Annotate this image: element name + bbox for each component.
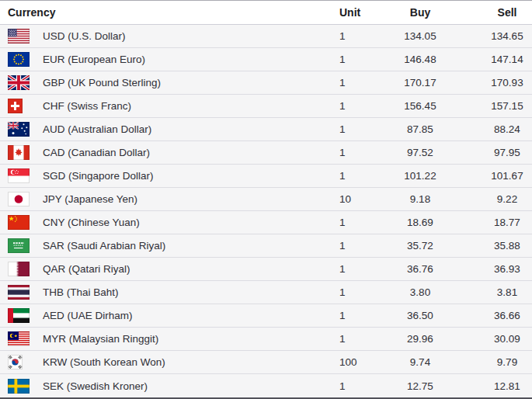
buy-value: 35.72 bbox=[388, 234, 458, 257]
thailand-flag-icon bbox=[8, 285, 30, 300]
unit-value: 1 bbox=[332, 304, 388, 327]
table-row-krw: KRW (South Korean Won) 100 9.74 9.79 bbox=[0, 351, 532, 374]
table-row-chf: CHF (Swiss Franc) 1 156.45 157.15 bbox=[0, 95, 532, 118]
buy-value: 146.48 bbox=[388, 48, 458, 71]
currency-label: SAR (Saudi Arabian Riyal) bbox=[43, 240, 165, 252]
currency-label: USD (U.S. Dollar) bbox=[43, 30, 126, 42]
qatar-flag-icon bbox=[8, 262, 30, 276]
table-row-cad: CAD (Canadian Dollar) 1 97.52 97.95 bbox=[0, 141, 532, 165]
unit-value: 1 bbox=[332, 141, 388, 164]
table-row-myr: MYR (Malaysian Ringgit) 1 29.96 30.09 bbox=[0, 328, 532, 351]
unit-value: 10 bbox=[332, 188, 388, 210]
buy-value: 12.75 bbox=[388, 374, 458, 397]
buy-value: 36.50 bbox=[388, 304, 458, 327]
table-row-eur: EUR (European Euro) 1 146.48 147.14 bbox=[0, 48, 532, 71]
unit-value: 1 bbox=[332, 95, 388, 117]
buy-value: 18.69 bbox=[388, 211, 458, 234]
buy-value: 170.17 bbox=[388, 71, 458, 94]
currency-label: CHF (Swiss Franc) bbox=[43, 100, 131, 112]
table-row-sar: SAR (Saudi Arabian Riyal) 1 35.72 35.88 bbox=[0, 234, 532, 258]
currency-cell: CHF (Swiss Franc) bbox=[0, 95, 332, 117]
currency-label: AUD (Australian Dollar) bbox=[43, 123, 151, 135]
sell-value: 88.24 bbox=[458, 118, 532, 141]
sell-value: 3.81 bbox=[458, 281, 532, 304]
japan-flag-icon bbox=[8, 192, 30, 206]
switzerland-flag-icon bbox=[8, 99, 30, 113]
currency-cell: AUD (Australian Dollar) bbox=[0, 118, 332, 141]
malaysia-flag-icon bbox=[8, 331, 30, 346]
us-flag-icon bbox=[8, 29, 30, 43]
unit-value: 1 bbox=[332, 71, 388, 94]
buy-value: 101.22 bbox=[388, 165, 458, 187]
buy-value: 97.52 bbox=[388, 141, 458, 164]
currency-label: QAR (Qatari Riyal) bbox=[43, 263, 130, 275]
table-row-usd: USD (U.S. Dollar) 1 134.05 134.65 bbox=[0, 25, 532, 48]
currency-label: THB (Thai Baht) bbox=[43, 286, 119, 298]
header-buy: Buy bbox=[388, 1, 458, 24]
buy-value: 36.76 bbox=[388, 258, 458, 280]
sell-value: 35.88 bbox=[458, 234, 532, 257]
currency-cell: GBP (UK Pound Sterling) bbox=[0, 71, 332, 94]
sell-value: 12.81 bbox=[458, 374, 532, 397]
buy-value: 29.96 bbox=[388, 328, 458, 350]
buy-value: 9.74 bbox=[388, 351, 458, 373]
currency-label: JPY (Japanese Yen) bbox=[43, 193, 137, 205]
buy-value: 3.80 bbox=[388, 281, 458, 304]
currency-cell: CAD (Canadian Dollar) bbox=[0, 141, 332, 164]
sell-value: 30.09 bbox=[458, 328, 532, 350]
currency-label: SGD (Singapore Dollar) bbox=[43, 170, 154, 182]
table-header: Currency Unit Buy Sell bbox=[0, 1, 532, 25]
currency-cell: KRW (South Korean Won) bbox=[0, 351, 332, 373]
currency-cell: CNY (Chinese Yuan) bbox=[0, 211, 332, 234]
sell-value: 170.93 bbox=[458, 71, 532, 94]
currency-cell: AED (UAE Dirham) bbox=[0, 304, 332, 327]
buy-value: 134.05 bbox=[388, 25, 458, 47]
header-currency: Currency bbox=[0, 1, 332, 24]
sell-value: 9.22 bbox=[458, 188, 532, 210]
buy-value: 9.18 bbox=[388, 188, 458, 210]
unit-value: 1 bbox=[332, 211, 388, 234]
sell-value: 147.14 bbox=[458, 48, 532, 71]
sell-value: 101.67 bbox=[458, 165, 532, 187]
currency-rates-table: Currency Unit Buy Sell USD (U.S. Dollar)… bbox=[0, 0, 532, 399]
buy-value: 156.45 bbox=[388, 95, 458, 117]
currency-cell: USD (U.S. Dollar) bbox=[0, 25, 332, 47]
currency-label: EUR (European Euro) bbox=[43, 54, 145, 65]
table-row-aud: AUD (Australian Dollar) 1 87.85 88.24 bbox=[0, 118, 532, 141]
unit-value: 1 bbox=[332, 25, 388, 47]
sell-value: 9.79 bbox=[458, 351, 532, 373]
currency-label: KRW (South Korean Won) bbox=[43, 356, 165, 368]
table-row-aed: AED (UAE Dirham) 1 36.50 36.66 bbox=[0, 304, 532, 328]
uk-flag-icon bbox=[8, 75, 30, 90]
currency-cell: JPY (Japanese Yen) bbox=[0, 188, 332, 210]
sweden-flag-icon bbox=[8, 379, 30, 394]
currency-label: CNY (Chinese Yuan) bbox=[43, 217, 140, 228]
unit-value: 1 bbox=[332, 234, 388, 257]
unit-value: 1 bbox=[332, 165, 388, 187]
table-row-sgd: SGD (Singapore Dollar) 1 101.22 101.67 bbox=[0, 165, 532, 188]
table-row-gbp: GBP (UK Pound Sterling) 1 170.17 170.93 bbox=[0, 71, 532, 95]
canada-flag-icon bbox=[8, 145, 30, 160]
australia-flag-icon bbox=[8, 122, 30, 137]
buy-value: 87.85 bbox=[388, 118, 458, 141]
unit-value: 1 bbox=[332, 258, 388, 280]
unit-value: 1 bbox=[332, 328, 388, 350]
currency-label: AED (UAE Dirham) bbox=[43, 310, 133, 321]
singapore-flag-icon bbox=[8, 168, 30, 183]
currency-cell: THB (Thai Baht) bbox=[0, 281, 332, 304]
currency-cell: EUR (European Euro) bbox=[0, 48, 332, 71]
unit-value: 1 bbox=[332, 48, 388, 71]
sell-value: 97.95 bbox=[458, 141, 532, 164]
currency-cell: SAR (Saudi Arabian Riyal) bbox=[0, 234, 332, 257]
currency-label: GBP (UK Pound Sterling) bbox=[43, 77, 161, 88]
table-row-thb: THB (Thai Baht) 1 3.80 3.81 bbox=[0, 281, 532, 304]
currency-cell: SEK (Swedish Kroner) bbox=[0, 374, 332, 397]
currency-label: MYR (Malaysian Ringgit) bbox=[43, 333, 158, 345]
uae-flag-icon bbox=[8, 308, 30, 323]
table-row-sek: SEK (Swedish Kroner) 1 12.75 12.81 bbox=[0, 374, 532, 397]
table-row-qar: QAR (Qatari Riyal) 1 36.76 36.93 bbox=[0, 258, 532, 281]
sell-value: 36.66 bbox=[458, 304, 532, 327]
table-row-cny: CNY (Chinese Yuan) 1 18.69 18.77 bbox=[0, 211, 532, 234]
currency-label: CAD (Canadian Dollar) bbox=[43, 147, 150, 158]
sell-value: 18.77 bbox=[458, 211, 532, 234]
